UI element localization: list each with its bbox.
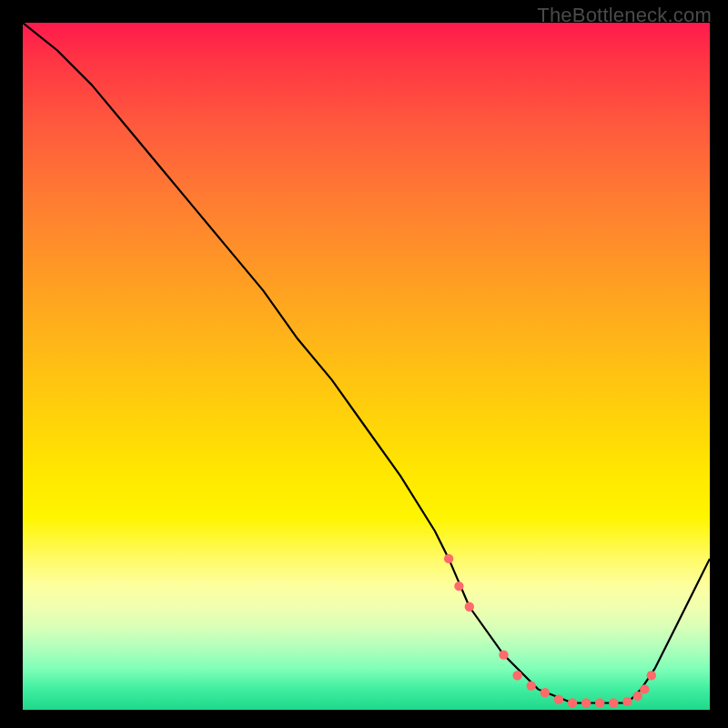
highlight-dot [499,650,508,659]
plot-area [23,23,710,710]
highlight-dot [554,695,563,704]
highlight-dot [647,671,656,680]
curve-svg [23,23,710,710]
chart-stage: TheBottleneck.com [0,0,728,728]
highlight-dot [633,692,642,701]
highlight-dot [512,671,521,680]
highlight-dot [622,697,632,706]
highlight-dot [581,698,591,707]
highlight-dot [568,698,577,707]
highlight-dot [454,581,463,591]
highlight-dot [541,688,550,697]
highlight-dot [527,681,536,690]
highlight-dot [465,602,474,612]
highlight-dot [595,698,604,707]
highlight-dot [609,698,618,707]
bottleneck-curve [23,23,710,703]
highlight-dots [444,554,656,708]
highlight-dot [640,684,649,693]
highlight-dot [444,554,453,563]
